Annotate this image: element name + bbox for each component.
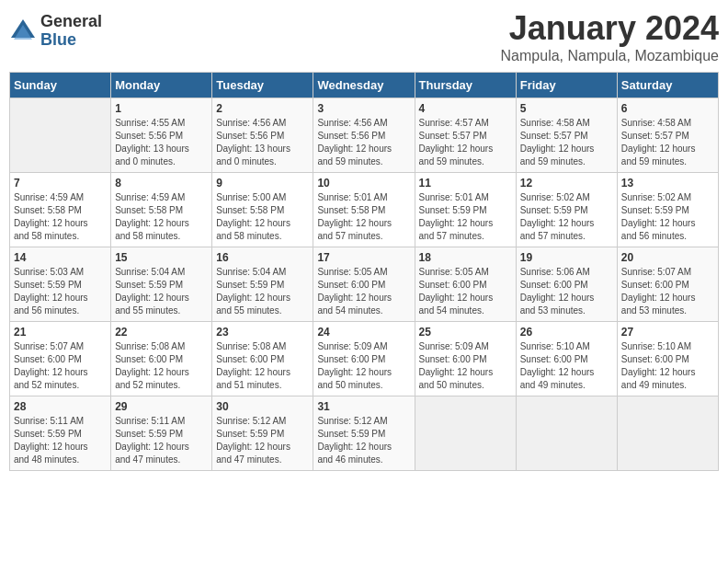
header-cell-thursday: Thursday [415,73,516,98]
day-info: Sunrise: 4:59 AMSunset: 5:58 PMDaylight:… [115,191,208,243]
calendar-cell [415,396,516,471]
calendar-cell: 18Sunrise: 5:05 AMSunset: 6:00 PMDayligh… [415,247,516,322]
calendar-cell [617,396,718,471]
header: General Blue January 2024 Nampula, Nampu… [9,9,719,64]
header-cell-sunday: Sunday [10,73,111,98]
day-info: Sunrise: 4:56 AMSunset: 5:56 PMDaylight:… [216,117,309,168]
calendar-cell: 5Sunrise: 4:58 AMSunset: 5:57 PMDaylight… [516,98,617,173]
calendar-cell: 29Sunrise: 5:11 AMSunset: 5:59 PMDayligh… [111,396,212,471]
calendar-cell: 26Sunrise: 5:10 AMSunset: 6:00 PMDayligh… [516,322,617,396]
day-number: 27 [621,326,714,339]
calendar-cell: 2Sunrise: 4:56 AMSunset: 5:56 PMDaylight… [212,98,313,173]
day-info: Sunrise: 5:02 AMSunset: 5:59 PMDaylight:… [520,191,613,243]
location-title: Nampula, Nampula, Mozambique [501,48,719,64]
calendar-cell: 14Sunrise: 5:03 AMSunset: 5:59 PMDayligh… [10,247,111,322]
calendar-week-row: 14Sunrise: 5:03 AMSunset: 5:59 PMDayligh… [10,247,719,322]
day-info: Sunrise: 5:11 AMSunset: 5:59 PMDaylight:… [115,415,208,466]
day-info: Sunrise: 4:57 AMSunset: 5:57 PMDaylight:… [419,117,512,168]
calendar-cell: 15Sunrise: 5:04 AMSunset: 5:59 PMDayligh… [111,247,212,322]
calendar-cell: 28Sunrise: 5:11 AMSunset: 5:59 PMDayligh… [10,396,111,471]
day-number: 21 [14,326,107,339]
day-info: Sunrise: 5:04 AMSunset: 5:59 PMDaylight:… [216,266,309,317]
header-row: SundayMondayTuesdayWednesdayThursdayFrid… [10,73,719,98]
day-info: Sunrise: 5:05 AMSunset: 6:00 PMDaylight:… [419,266,512,317]
logo-blue-text: Blue [40,31,102,50]
day-number: 10 [317,177,410,190]
day-number: 11 [419,177,512,190]
day-number: 3 [317,102,410,115]
day-info: Sunrise: 5:07 AMSunset: 6:00 PMDaylight:… [14,340,107,392]
day-info: Sunrise: 5:02 AMSunset: 5:59 PMDaylight:… [621,191,714,243]
month-title: January 2024 [501,9,719,48]
day-number: 8 [115,177,208,190]
day-info: Sunrise: 4:55 AMSunset: 5:56 PMDaylight:… [115,117,208,168]
calendar-cell: 7Sunrise: 4:59 AMSunset: 5:58 PMDaylight… [10,173,111,247]
calendar-week-row: 1Sunrise: 4:55 AMSunset: 5:56 PMDaylight… [10,98,719,173]
day-info: Sunrise: 5:00 AMSunset: 5:58 PMDaylight:… [216,191,309,243]
calendar-body: 1Sunrise: 4:55 AMSunset: 5:56 PMDaylight… [10,98,719,471]
day-info: Sunrise: 4:58 AMSunset: 5:57 PMDaylight:… [520,117,613,168]
calendar-cell: 17Sunrise: 5:05 AMSunset: 6:00 PMDayligh… [313,247,415,322]
day-number: 17 [317,251,410,264]
calendar-cell: 19Sunrise: 5:06 AMSunset: 6:00 PMDayligh… [516,247,617,322]
calendar-cell: 24Sunrise: 5:09 AMSunset: 6:00 PMDayligh… [313,322,415,396]
header-cell-tuesday: Tuesday [212,73,313,98]
calendar-cell: 22Sunrise: 5:08 AMSunset: 6:00 PMDayligh… [111,322,212,396]
calendar-table: SundayMondayTuesdayWednesdayThursdayFrid… [9,72,719,471]
day-info: Sunrise: 5:08 AMSunset: 6:00 PMDaylight:… [115,340,208,392]
calendar-cell: 31Sunrise: 5:12 AMSunset: 5:59 PMDayligh… [313,396,415,471]
day-info: Sunrise: 5:01 AMSunset: 5:58 PMDaylight:… [317,191,410,243]
calendar-cell: 27Sunrise: 5:10 AMSunset: 6:00 PMDayligh… [617,322,718,396]
header-cell-monday: Monday [111,73,212,98]
day-info: Sunrise: 5:08 AMSunset: 6:00 PMDaylight:… [216,340,309,392]
day-number: 19 [520,251,613,264]
calendar-cell: 1Sunrise: 4:55 AMSunset: 5:56 PMDaylight… [111,98,212,173]
calendar-cell: 16Sunrise: 5:04 AMSunset: 5:59 PMDayligh… [212,247,313,322]
day-number: 24 [317,326,410,339]
day-number: 31 [317,400,410,413]
calendar-week-row: 21Sunrise: 5:07 AMSunset: 6:00 PMDayligh… [10,322,719,396]
logo-text: General Blue [40,13,102,50]
calendar-week-row: 7Sunrise: 4:59 AMSunset: 5:58 PMDaylight… [10,173,719,247]
day-info: Sunrise: 5:07 AMSunset: 6:00 PMDaylight:… [621,266,714,317]
day-info: Sunrise: 4:59 AMSunset: 5:58 PMDaylight:… [14,191,107,243]
logo-icon [9,17,37,45]
day-number: 25 [419,326,512,339]
day-info: Sunrise: 5:09 AMSunset: 6:00 PMDaylight:… [419,340,512,392]
day-info: Sunrise: 4:56 AMSunset: 5:56 PMDaylight:… [317,117,410,168]
calendar-cell: 21Sunrise: 5:07 AMSunset: 6:00 PMDayligh… [10,322,111,396]
day-info: Sunrise: 5:03 AMSunset: 5:59 PMDaylight:… [14,266,107,317]
day-number: 1 [115,102,208,115]
day-number: 15 [115,251,208,264]
calendar-cell: 25Sunrise: 5:09 AMSunset: 6:00 PMDayligh… [415,322,516,396]
title-area: January 2024 Nampula, Nampula, Mozambiqu… [501,9,719,64]
day-number: 22 [115,326,208,339]
calendar-cell: 20Sunrise: 5:07 AMSunset: 6:00 PMDayligh… [617,247,718,322]
day-info: Sunrise: 5:10 AMSunset: 6:00 PMDaylight:… [621,340,714,392]
day-info: Sunrise: 5:01 AMSunset: 5:59 PMDaylight:… [419,191,512,243]
day-info: Sunrise: 5:06 AMSunset: 6:00 PMDaylight:… [520,266,613,317]
day-info: Sunrise: 5:11 AMSunset: 5:59 PMDaylight:… [14,415,107,466]
day-number: 14 [14,251,107,264]
day-info: Sunrise: 4:58 AMSunset: 5:57 PMDaylight:… [621,117,714,168]
day-number: 30 [216,400,309,413]
calendar-cell: 4Sunrise: 4:57 AMSunset: 5:57 PMDaylight… [415,98,516,173]
day-number: 12 [520,177,613,190]
calendar-cell [516,396,617,471]
calendar-cell: 12Sunrise: 5:02 AMSunset: 5:59 PMDayligh… [516,173,617,247]
day-info: Sunrise: 5:09 AMSunset: 6:00 PMDaylight:… [317,340,410,392]
logo-general-text: General [40,13,102,31]
calendar-cell: 23Sunrise: 5:08 AMSunset: 6:00 PMDayligh… [212,322,313,396]
day-info: Sunrise: 5:04 AMSunset: 5:59 PMDaylight:… [115,266,208,317]
day-info: Sunrise: 5:12 AMSunset: 5:59 PMDaylight:… [317,415,410,466]
day-number: 2 [216,102,309,115]
calendar-cell: 9Sunrise: 5:00 AMSunset: 5:58 PMDaylight… [212,173,313,247]
day-number: 26 [520,326,613,339]
day-number: 4 [419,102,512,115]
day-number: 29 [115,400,208,413]
day-number: 13 [621,177,714,190]
calendar-cell: 10Sunrise: 5:01 AMSunset: 5:58 PMDayligh… [313,173,415,247]
day-info: Sunrise: 5:05 AMSunset: 6:00 PMDaylight:… [317,266,410,317]
calendar-cell: 8Sunrise: 4:59 AMSunset: 5:58 PMDaylight… [111,173,212,247]
day-number: 5 [520,102,613,115]
